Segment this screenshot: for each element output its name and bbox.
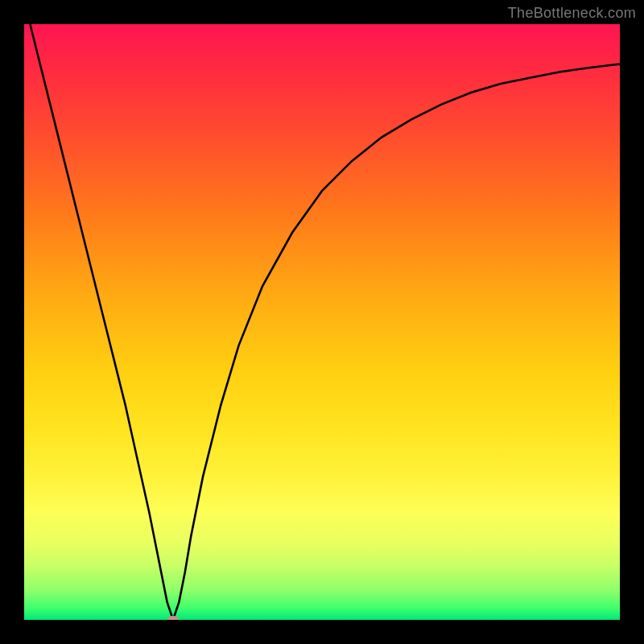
optimal-point-marker (167, 616, 179, 620)
bottleneck-curve (24, 24, 620, 620)
chart-frame: TheBottleneck.com (0, 0, 644, 644)
plot-area (24, 24, 620, 620)
watermark-text: TheBottleneck.com (508, 5, 636, 22)
